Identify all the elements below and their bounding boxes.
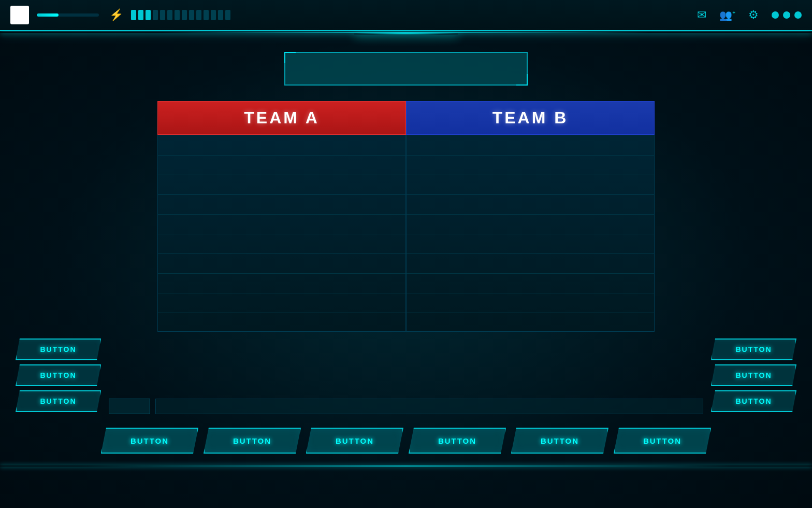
segment — [153, 10, 158, 20]
lightning-icon: ⚡ — [109, 8, 123, 22]
mail-icon[interactable]: ✉ — [697, 8, 706, 22]
team-b-body — [406, 135, 655, 332]
team-line — [158, 175, 405, 175]
team-line — [407, 155, 654, 156]
bottom-button-2[interactable]: BUTTON — [306, 428, 403, 454]
segment — [189, 10, 194, 20]
segment — [146, 10, 151, 20]
right-button-1[interactable]: BUTTON — [711, 338, 796, 360]
team-line — [158, 313, 405, 313]
segment — [160, 10, 165, 20]
team-a-label: TEAM A — [244, 108, 319, 128]
team-line — [407, 253, 654, 254]
right-button-3[interactable]: BUTTON — [711, 390, 796, 412]
team-a-header: TEAM A — [157, 101, 406, 135]
small-progress-bar — [109, 399, 150, 414]
bottom-glow-line — [0, 465, 812, 467]
segment — [182, 10, 187, 20]
progress-fill — [37, 13, 59, 17]
team-b-panel: TEAM B — [406, 101, 655, 332]
team-line — [158, 155, 405, 156]
team-b-label: TEAM B — [492, 108, 569, 128]
team-line — [407, 175, 654, 175]
team-line — [407, 234, 654, 234]
users-icon[interactable]: 👥+ — [719, 9, 735, 21]
dot-1 — [772, 11, 779, 19]
segment — [196, 10, 201, 20]
left-button-2[interactable]: BUTTON — [16, 364, 101, 386]
team-line — [158, 293, 405, 293]
segment — [204, 10, 209, 20]
team-b-lines — [407, 135, 654, 331]
teams-container: TEAM A TEAM B — [157, 101, 655, 332]
left-button-3[interactable]: BUTTON — [16, 390, 101, 412]
team-a-panel: TEAM A — [157, 101, 406, 332]
dot-2 — [783, 11, 790, 19]
segment — [175, 10, 180, 20]
bottom-button-3[interactable]: BUTTON — [409, 428, 506, 454]
logo — [10, 6, 29, 24]
left-buttons: BUTTON BUTTON BUTTON — [16, 338, 101, 412]
title-box — [284, 52, 528, 86]
dots-menu[interactable] — [772, 11, 802, 19]
team-line — [407, 194, 654, 195]
bottom-fill-bar — [155, 399, 703, 414]
team-line — [407, 313, 654, 313]
segment — [211, 10, 216, 20]
team-line — [407, 273, 654, 274]
team-line — [158, 273, 405, 274]
segment — [167, 10, 172, 20]
team-line — [407, 293, 654, 293]
bottom-button-0[interactable]: BUTTON — [101, 428, 198, 454]
bottom-button-1[interactable]: BUTTON — [204, 428, 301, 454]
progress-bar — [37, 13, 99, 17]
right-buttons: BUTTON BUTTON BUTTON — [711, 338, 796, 412]
gear-icon[interactable]: ⚙ — [748, 8, 759, 22]
dot-3 — [794, 11, 802, 19]
segment-display — [131, 10, 230, 20]
team-line — [158, 234, 405, 234]
left-button-1[interactable]: BUTTON — [16, 338, 101, 360]
team-b-header: TEAM B — [406, 101, 655, 135]
team-a-body — [157, 135, 406, 332]
bottom-button-4[interactable]: BUTTON — [511, 428, 608, 454]
topbar-icons: ✉ 👥+ ⚙ — [697, 8, 802, 22]
bottom-buttons-row: BUTTON BUTTON BUTTON BUTTON BUTTON BUTTO… — [0, 428, 812, 454]
glow-divider — [0, 32, 812, 33]
right-button-2[interactable]: BUTTON — [711, 364, 796, 386]
bottom-button-5[interactable]: BUTTON — [614, 428, 711, 454]
team-line — [407, 214, 654, 215]
bottom-bar-row — [109, 396, 703, 417]
segment — [225, 10, 230, 20]
segment — [138, 10, 143, 20]
topbar: ⚡ ✉ 👥+ ⚙ — [0, 0, 812, 31]
team-a-lines — [158, 135, 405, 331]
team-line — [158, 253, 405, 254]
segment — [131, 10, 136, 20]
team-line — [158, 214, 405, 215]
segment — [218, 10, 223, 20]
team-line — [158, 194, 405, 195]
